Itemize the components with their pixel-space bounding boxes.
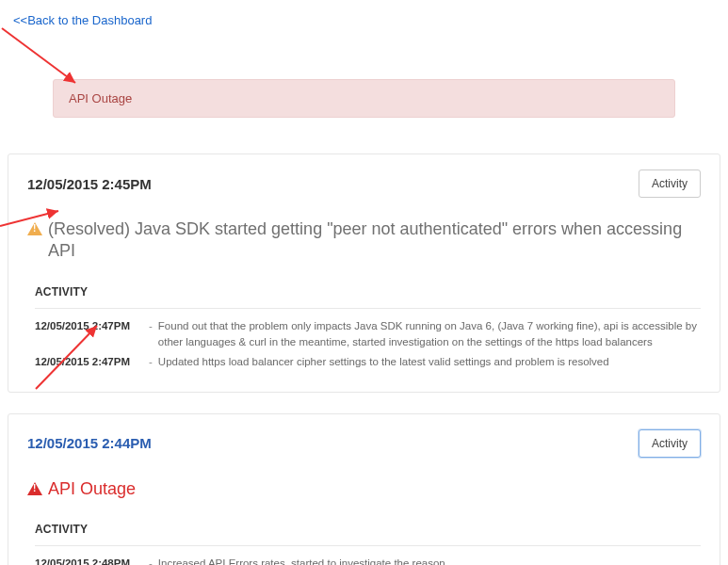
divider [35, 308, 701, 309]
divider [35, 545, 701, 546]
incident-title: (Resolved) Java SDK started getting "pee… [48, 218, 701, 263]
activity-button[interactable]: Activity [639, 170, 701, 198]
log-row: 12/05/2015 2:47PM - Found out that the p… [35, 318, 701, 351]
incident-timestamp: 12/05/2015 2:45PM [27, 176, 152, 192]
log-row: 12/05/2015 2:48PM - Increased API Errors… [35, 556, 701, 565]
log-message: Updated https load balancer cipher setti… [158, 354, 701, 370]
log-separator: - [149, 556, 153, 565]
log-row: 12/05/2015 2:47PM - Updated https load b… [35, 354, 701, 370]
incident-timestamp: 12/05/2015 2:44PM [27, 435, 152, 451]
svg-line-0 [2, 28, 75, 83]
activity-section-label: ACTIVITY [35, 285, 701, 299]
activity-section-label: ACTIVITY [35, 523, 701, 536]
incident-title-row: ! (Resolved) Java SDK started getting "p… [27, 218, 701, 263]
activity-button[interactable]: Activity [639, 429, 701, 458]
warning-triangle-icon: ! [27, 482, 42, 495]
log-separator: - [149, 318, 153, 351]
log-timestamp: 12/05/2015 2:47PM [35, 354, 143, 370]
log-timestamp: 12/05/2015 2:47PM [35, 318, 143, 351]
incident-title: API Outage [48, 478, 136, 500]
alert-banner: API Outage [53, 79, 675, 118]
incident-title-row: ! API Outage [27, 478, 701, 500]
log-separator: - [149, 354, 153, 370]
incident-card: 12/05/2015 2:44PM Activity ! API Outage … [8, 413, 720, 565]
warning-triangle-icon: ! [27, 222, 42, 235]
log-timestamp: 12/05/2015 2:48PM [35, 556, 143, 565]
log-message: Increased API Errors rates, started to i… [158, 556, 701, 565]
log-message: Found out that the problem only impacts … [158, 318, 701, 351]
incident-card: 12/05/2015 2:45PM Activity ! (Resolved) … [8, 153, 720, 393]
back-to-dashboard-link[interactable]: <<Back to the Dashboard [0, 0, 152, 27]
alert-banner-text: API Outage [69, 91, 132, 105]
